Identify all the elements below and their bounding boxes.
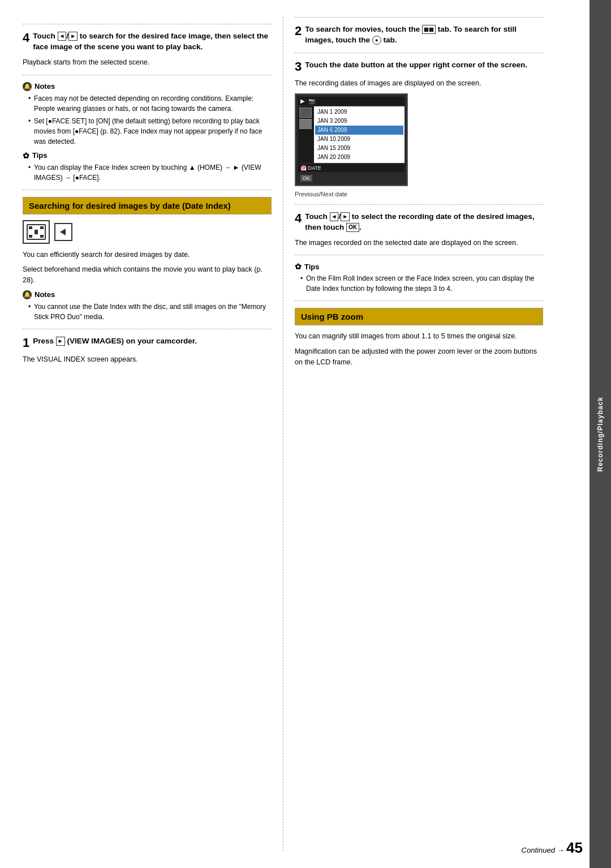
movie-tab-icon: ▦▦ [422, 25, 436, 34]
screenshot-caption: Previous/Next date [295, 191, 543, 197]
right-section-body1: You can magnify still images from about … [295, 331, 543, 342]
tips1-header: ✿ Tips [23, 151, 272, 160]
ss-date-btn: 📅 DATE [300, 165, 321, 171]
ss-ok-area: OK [298, 172, 405, 183]
ss-thumb2 [299, 119, 312, 129]
still-tab-icon: ● [372, 36, 381, 45]
notes2-label: Notes [35, 290, 55, 299]
tips1-label: Tips [32, 151, 48, 160]
left-column: 4 Touch ◄/► to search for the desired fa… [23, 17, 283, 851]
step3-number: 3 [295, 60, 302, 74]
svg-rect-5 [35, 230, 38, 234]
screenshot-dates: JAN 1 2009 JAN 3 2009 JAN 6 2009 JAN 10 … [314, 106, 405, 163]
notes2-header: 🔔 Notes [23, 290, 272, 299]
notes1-icon: 🔔 [23, 82, 32, 91]
ss-movie-icon: ▶ [300, 98, 305, 104]
movie-icon-box [23, 220, 50, 244]
ss-camera-icon: 📷 [308, 98, 315, 104]
step4r-body: The images recorded on the selected date… [295, 238, 543, 248]
icon-area [23, 220, 272, 244]
ss-date5: JAN 15 2009 [315, 144, 403, 153]
svg-marker-6 [60, 229, 66, 235]
step1-number: 1 [23, 336, 29, 350]
notes1-label: Notes [35, 82, 55, 91]
notes2-item1: You cannot use the Date Index with the d… [28, 302, 272, 322]
section-body1: You can efficiently search for desired i… [23, 250, 272, 260]
ss-ok-btn: OK [300, 175, 312, 182]
step1-text: Press ► (VIEW IMAGES) on your camcorder. [33, 336, 197, 347]
step4r-header: 4 Touch ◄/► to select the recording date… [295, 212, 543, 233]
svg-rect-2 [40, 226, 44, 229]
tips2-header: ✿ Tips [295, 262, 543, 271]
step1-body: The VISUAL INDEX screen appears. [23, 354, 272, 365]
notes2-icon: 🔔 [23, 290, 32, 299]
ss-date2: JAN 3 2009 [315, 117, 403, 126]
svg-rect-3 [29, 235, 32, 238]
step2-number: 2 [295, 24, 302, 38]
ss-date4: JAN 10 2009 [315, 135, 403, 144]
step4r-number: 4 [295, 212, 302, 225]
step3-text: Touch the date button at the upper right… [305, 60, 527, 71]
tips2-item1: On the Film Roll Index screen or the Fac… [300, 273, 543, 294]
step1-header: 1 Press ► (VIEW IMAGES) on your camcorde… [23, 336, 272, 350]
screenshot-body: JAN 1 2009 JAN 3 2009 JAN 6 2009 JAN 10 … [298, 106, 405, 163]
page-number: 45 [566, 839, 583, 856]
notes1-header: 🔔 Notes [23, 82, 272, 91]
screenshot-sim: ▶ 📷 JAN 1 2009 JAN 3 2009 JAN 6 2009 JAN… [295, 93, 408, 186]
tips1-list: You can display the Face Index screen by… [23, 162, 272, 183]
arrow-icon-box [54, 223, 72, 241]
ss-date3: JAN 6 2009 [315, 126, 403, 135]
view-images-icon: ► [56, 337, 65, 346]
tips1-icon: ✿ [23, 151, 29, 160]
continued-text: Continued → [522, 846, 565, 854]
right-column: 2 To search for movies, touch the ▦▦ tab… [283, 17, 543, 851]
ss-thumb1 [299, 108, 312, 118]
screenshot-footer: 📅 DATE [298, 164, 405, 172]
section-body2: Select beforehand media which contains t… [23, 264, 272, 286]
step4-text: Touch ◄/► to search for the desired face… [33, 31, 272, 53]
right-section-body2: Magnification can be adjusted with the p… [295, 346, 543, 368]
ss-dates-area: JAN 1 2009 JAN 3 2009 JAN 6 2009 JAN 10 … [314, 106, 405, 163]
step4-header: 4 Touch ◄/► to search for the desired fa… [23, 31, 272, 53]
tips2-icon: ✿ [295, 262, 302, 271]
step4r-text: Touch ◄/► to select the recording date o… [305, 212, 543, 233]
tips2-list: On the Film Roll Index screen or the Fac… [295, 273, 543, 294]
screenshot-topbar: ▶ 📷 [298, 97, 405, 105]
tips2-label: Tips [304, 263, 320, 271]
ok-box: OK [346, 223, 359, 232]
step3-header: 3 Touch the date button at the upper rig… [295, 60, 543, 74]
prev-icon: ◄ [58, 32, 67, 41]
page-footer: Continued → 45 [522, 839, 583, 857]
step4-number: 4 [23, 31, 29, 45]
svg-rect-4 [40, 235, 44, 238]
step4-body: Playback starts from the selected scene. [23, 57, 272, 68]
step3-body: The recording dates of images are displa… [295, 78, 543, 89]
svg-rect-1 [29, 226, 32, 229]
notes2-list: You cannot use the Date Index with the d… [23, 302, 272, 322]
sidebar-tab-label: Recording/Playback [596, 397, 604, 472]
ss-date6: JAN 20 2009 [315, 153, 403, 162]
section-box-pb-zoom: Using PB zoom [295, 308, 543, 325]
next-icon2: ► [341, 212, 350, 221]
ss-date1: JAN 1 2009 [315, 108, 403, 117]
notes1-item1: Faces may not be detected depending on r… [28, 93, 272, 114]
step2-text: To search for movies, touch the ▦▦ tab. … [305, 24, 543, 46]
step2-header: 2 To search for movies, touch the ▦▦ tab… [295, 24, 543, 46]
prev-icon2: ◄ [330, 212, 339, 221]
ss-thumbs-left [298, 106, 314, 163]
section-box-date-index: Searching for desired images by date (Da… [23, 197, 272, 214]
notes1-item2: Set [●FACE SET] to [ON] (the default set… [28, 116, 272, 147]
sidebar-tab: Recording/Playback [590, 0, 611, 868]
next-icon: ► [68, 32, 78, 41]
tips1-item1: You can display the Face Index screen by… [28, 162, 272, 183]
notes1-list: Faces may not be detected depending on r… [23, 93, 272, 147]
